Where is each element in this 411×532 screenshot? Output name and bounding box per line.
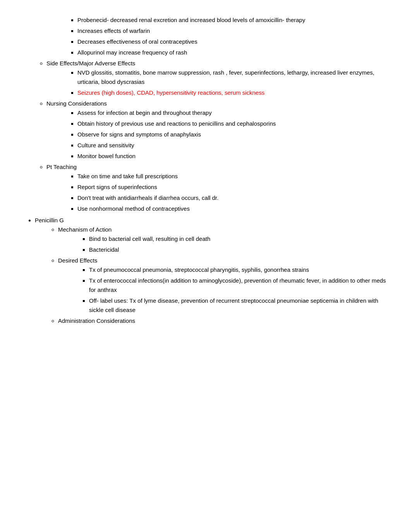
list-item: Tx of pneumococcal pneumonia, streptococ…: [89, 265, 388, 275]
list-item: Off- label uses: Tx of lyme disease, pre…: [89, 296, 388, 315]
list-item: Bactericidal: [89, 245, 388, 254]
list-item: Bind to bacterial cell wall, resulting i…: [89, 234, 388, 244]
list-item: Probenecid- decreased renal excretion an…: [77, 15, 388, 25]
list-item: Allopurinol may increase frequency of ra…: [77, 48, 388, 57]
list-item: Increases effects of warfarin: [77, 26, 388, 36]
nursing-considerations-item: Nursing Considerations Assess for infect…: [46, 99, 388, 161]
list-item: Decreases effectiveness of oral contrace…: [77, 37, 388, 46]
list-item: NVD glossitis, stomatitis, bone marrow s…: [77, 68, 388, 87]
list-item: Culture and sensitivity: [77, 141, 388, 150]
list-item-red: Seizures (high doses), CDAD, hypersensit…: [77, 88, 388, 97]
penicillin-g-item: Penicillin G Mechanism of Action Bind to…: [35, 216, 388, 326]
admin-item: Administration Considerations: [58, 316, 388, 326]
moa-item: Mechanism of Action Bind to bacterial ce…: [58, 225, 388, 254]
list-item: Use nonhormonal method of contraceptives: [77, 204, 388, 213]
list-item: Tx of enterococcal infections(in additio…: [89, 276, 388, 295]
pt-teaching-item: Pt Teaching Take on time and take full p…: [46, 162, 388, 213]
side-effects-item: Side Effects/Major Adverse Effects NVD g…: [46, 59, 388, 97]
list-item: Report signs of superinfections: [77, 182, 388, 192]
list-item: Monitor bowel function: [77, 152, 388, 161]
list-item: Don't treat with antidiarrheals if diarr…: [77, 193, 388, 203]
list-item: Observe for signs and symptoms of anaphy…: [77, 130, 388, 139]
list-item: Obtain history of previous use and react…: [77, 119, 388, 128]
list-item: Take on time and take full prescriptions: [77, 172, 388, 181]
list-item: Assess for infection at begin and throug…: [77, 108, 388, 118]
desired-effects-item: Desired Effects Tx of pneumococcal pneum…: [58, 256, 388, 315]
